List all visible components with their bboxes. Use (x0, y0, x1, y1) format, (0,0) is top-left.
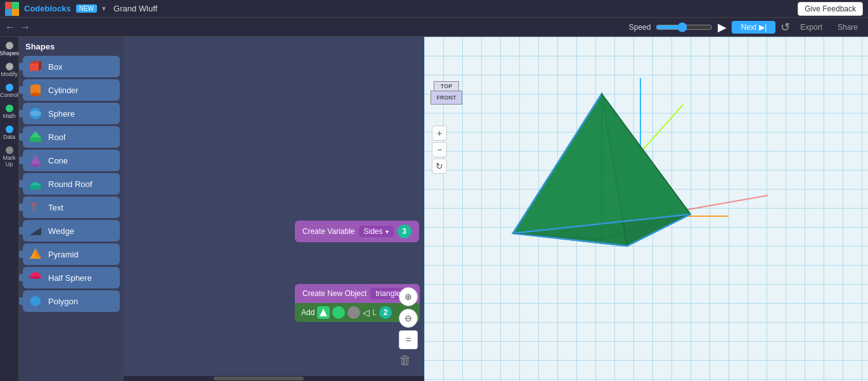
half-sphere-icon (28, 270, 43, 285)
fit-canvas-button[interactable]: = (399, 330, 418, 349)
sidebar-item-markup[interactable]: Mark Up (1, 144, 18, 170)
shape-half-sphere-label: Half Sphere (48, 273, 92, 283)
trash-button[interactable]: 🗑 (399, 353, 418, 375)
orientation-cube[interactable]: TOP FRONT (431, 81, 462, 113)
viewport-rotate-button[interactable]: ↻ (432, 158, 447, 174)
svg-point-18 (30, 276, 41, 279)
logo-icon (5, 2, 19, 16)
shape-item-sphere[interactable]: Sphere (23, 103, 120, 124)
shape-item-wedge[interactable]: Wedge (23, 220, 120, 242)
shape-item-pyramid[interactable]: Pyramid (23, 243, 120, 265)
sidebar-item-math-label: Math (3, 113, 15, 119)
create-variable-block[interactable]: Create Variable Sides ▾ 3 (295, 221, 419, 242)
left-nav: Shapes Modify Control Math Data Mark Up (0, 37, 19, 381)
sidebar-item-modify-label: Modify (1, 71, 18, 77)
sidebar-item-math[interactable]: Math (1, 102, 18, 122)
main-layout: Shapes Modify Control Math Data Mark Up … (0, 37, 868, 381)
roof-icon (28, 129, 43, 145)
zoom-in-canvas-button[interactable]: ⊕ (399, 287, 418, 306)
svg-point-11 (30, 164, 41, 167)
viewport-zoom-out-button[interactable]: − (432, 142, 447, 157)
sidebar-item-control[interactable]: Control (1, 81, 18, 101)
add-green-shape-icon (317, 306, 330, 319)
shape-item-cone[interactable]: Cone (23, 150, 120, 171)
sidebar-item-shapes[interactable]: Shapes (1, 39, 18, 59)
round-roof-icon (28, 176, 43, 191)
speed-slider[interactable] (656, 22, 713, 32)
shape-item-roof[interactable]: Roof (23, 126, 120, 148)
svg-text:T: T (30, 202, 37, 213)
svg-marker-23 (513, 94, 690, 233)
add-l-label: L (372, 308, 377, 317)
shape-item-cylinder[interactable]: Cylinder (23, 79, 120, 101)
svg-marker-10 (30, 155, 41, 165)
horizontal-scrollbar[interactable] (124, 376, 424, 381)
brand-name: Codeblocks (24, 4, 71, 13)
viewport-zoom-controls: + − ↻ (432, 126, 447, 174)
shape-item-text[interactable]: T Text (23, 197, 120, 218)
shape-item-half-sphere[interactable]: Half Sphere (23, 267, 120, 288)
next-button[interactable]: Next ▶| (732, 21, 775, 34)
shape-item-round-roof[interactable]: Round Roof (23, 173, 120, 195)
new-chevron-icon[interactable]: ▾ (102, 4, 106, 13)
shape-box-label: Box (48, 62, 62, 72)
sidebar-item-markup-label: Mark Up (2, 155, 17, 167)
sides-chevron-icon: ▾ (385, 228, 389, 235)
code-canvas[interactable]: Create Variable Sides ▾ 3 Create New Obj… (124, 37, 424, 381)
add-arrow-icon: ◁ (363, 307, 370, 318)
polygon-icon (28, 294, 43, 309)
scrollbar-thumb (214, 377, 304, 380)
cube-front-face: FRONT (431, 91, 462, 105)
forward-button[interactable]: → (20, 22, 30, 33)
svg-rect-9 (30, 138, 41, 142)
reset-button[interactable]: ↺ (781, 20, 790, 34)
export-button[interactable]: Export (795, 22, 827, 33)
play-button[interactable]: ▶ (718, 20, 727, 34)
sidebar-item-shapes-label: Shapes (0, 50, 19, 56)
shape-item-polygon[interactable]: Polygon (23, 290, 120, 312)
loop-value[interactable]: 2 (379, 306, 392, 319)
sidebar-item-data-label: Data (3, 134, 15, 140)
shape-cylinder-label: Cylinder (48, 86, 79, 95)
shapes-panel-title: Shapes (19, 37, 124, 54)
shape-roof-label: Roof (48, 132, 65, 142)
zoom-out-canvas-button[interactable]: ⊖ (399, 309, 418, 328)
svg-point-5 (30, 93, 41, 96)
next-icon: ▶| (759, 23, 767, 32)
svg-marker-2 (39, 61, 41, 71)
sphere-icon (28, 106, 43, 121)
speed-label: Speed (629, 23, 651, 32)
new-obj-label: Create New Object (302, 289, 366, 298)
create-var-label: Create Variable (302, 227, 355, 236)
viewport-zoom-in-button[interactable]: + (432, 126, 447, 141)
shapes-panel: Shapes Box Cylinder (19, 37, 124, 381)
add-circle-icon (332, 306, 345, 319)
add-gray-icon (347, 306, 360, 319)
sides-label: Sides (364, 227, 383, 236)
sidebar-item-data[interactable]: Data (1, 123, 18, 143)
svg-rect-0 (30, 63, 39, 71)
3d-viewport[interactable]: TOP FRONT + − ↻ (424, 37, 868, 381)
share-button[interactable]: Share (832, 22, 863, 33)
svg-marker-19 (30, 295, 41, 307)
sidebar-item-modify[interactable]: Modify (1, 60, 18, 80)
give-feedback-button[interactable]: Give Feedback (798, 2, 863, 16)
cube-top-face: TOP (434, 81, 459, 91)
var-name-sides[interactable]: Sides ▾ (359, 226, 394, 237)
sidebar-item-control-label: Control (0, 92, 18, 98)
wedge-icon (28, 223, 43, 238)
shape-text-label: Text (48, 203, 63, 212)
shape-round-roof-label: Round Roof (48, 179, 92, 189)
shape-item-box[interactable]: Box (23, 56, 120, 77)
back-button[interactable]: ← (5, 22, 15, 33)
pyramid-3d (500, 87, 703, 252)
shape-cone-label: Cone (48, 156, 68, 165)
shape-wedge-label: Wedge (48, 226, 74, 236)
svg-marker-15 (30, 228, 41, 235)
project-name: Grand Wluff (113, 4, 157, 13)
cylinder-icon (28, 82, 43, 98)
sides-value[interactable]: 3 (398, 224, 411, 238)
pyramid-icon (28, 247, 43, 262)
toolbar: ← → Speed ▶ Next ▶| ↺ Export Share (0, 18, 868, 37)
svg-marker-20 (320, 309, 327, 316)
